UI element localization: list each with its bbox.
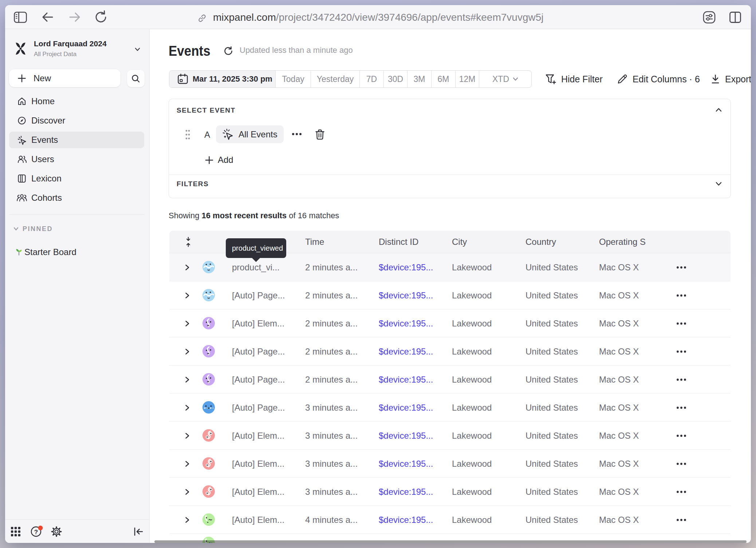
svg-text:?: ? — [34, 529, 38, 536]
